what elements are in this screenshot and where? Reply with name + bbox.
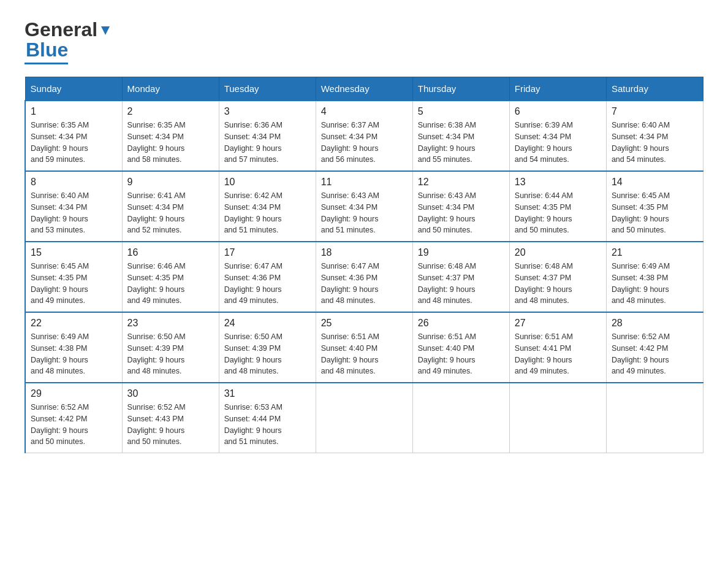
calendar-cell: 25 Sunrise: 6:51 AM Sunset: 4:40 PM Dayl… xyxy=(316,312,412,383)
calendar-cell: 15 Sunrise: 6:45 AM Sunset: 4:35 PM Dayl… xyxy=(25,242,122,312)
day-info: Sunrise: 6:40 AM Sunset: 4:34 PM Dayligh… xyxy=(612,120,698,166)
weekday-header-monday: Monday xyxy=(122,77,219,101)
calendar-cell xyxy=(606,383,703,453)
calendar-cell: 27 Sunrise: 6:51 AM Sunset: 4:41 PM Dayl… xyxy=(509,312,606,383)
day-info: Sunrise: 6:43 AM Sunset: 4:34 PM Dayligh… xyxy=(418,190,504,236)
weekday-header-tuesday: Tuesday xyxy=(219,77,316,101)
calendar-week-row: 29 Sunrise: 6:52 AM Sunset: 4:42 PM Dayl… xyxy=(25,383,703,453)
day-info: Sunrise: 6:41 AM Sunset: 4:34 PM Dayligh… xyxy=(127,190,214,236)
day-number: 29 xyxy=(31,388,117,399)
day-number: 7 xyxy=(612,106,698,117)
calendar-week-row: 22 Sunrise: 6:49 AM Sunset: 4:38 PM Dayl… xyxy=(25,312,703,383)
calendar-cell: 14 Sunrise: 6:45 AM Sunset: 4:35 PM Dayl… xyxy=(606,171,703,242)
calendar-cell: 3 Sunrise: 6:36 AM Sunset: 4:34 PM Dayli… xyxy=(219,101,316,171)
day-number: 30 xyxy=(127,388,214,399)
weekday-header-wednesday: Wednesday xyxy=(316,77,412,101)
day-info: Sunrise: 6:48 AM Sunset: 4:37 PM Dayligh… xyxy=(515,261,601,307)
day-info: Sunrise: 6:43 AM Sunset: 4:34 PM Dayligh… xyxy=(321,190,408,236)
weekday-header-friday: Friday xyxy=(509,77,606,101)
logo-general-text: General xyxy=(25,18,97,41)
logo-blue-text: Blue xyxy=(25,39,68,61)
calendar-cell: 13 Sunrise: 6:44 AM Sunset: 4:35 PM Dayl… xyxy=(509,171,606,242)
day-number: 10 xyxy=(224,177,311,188)
day-info: Sunrise: 6:38 AM Sunset: 4:34 PM Dayligh… xyxy=(418,120,504,166)
day-number: 3 xyxy=(224,106,311,117)
day-info: Sunrise: 6:37 AM Sunset: 4:34 PM Dayligh… xyxy=(321,120,408,166)
day-info: Sunrise: 6:47 AM Sunset: 4:36 PM Dayligh… xyxy=(224,261,311,307)
calendar-table: SundayMondayTuesdayWednesdayThursdayFrid… xyxy=(25,77,703,453)
day-number: 23 xyxy=(127,318,214,329)
calendar-cell: 4 Sunrise: 6:37 AM Sunset: 4:34 PM Dayli… xyxy=(316,101,412,171)
logo: General Blue xyxy=(25,18,112,64)
day-info: Sunrise: 6:48 AM Sunset: 4:37 PM Dayligh… xyxy=(418,261,504,307)
day-info: Sunrise: 6:40 AM Sunset: 4:34 PM Dayligh… xyxy=(31,190,117,236)
day-number: 11 xyxy=(321,177,408,188)
day-info: Sunrise: 6:51 AM Sunset: 4:40 PM Dayligh… xyxy=(418,331,504,377)
calendar-cell: 1 Sunrise: 6:35 AM Sunset: 4:34 PM Dayli… xyxy=(25,101,122,171)
weekday-header-row: SundayMondayTuesdayWednesdayThursdayFrid… xyxy=(25,77,703,101)
day-info: Sunrise: 6:45 AM Sunset: 4:35 PM Dayligh… xyxy=(612,190,698,236)
weekday-header-thursday: Thursday xyxy=(412,77,509,101)
day-info: Sunrise: 6:49 AM Sunset: 4:38 PM Dayligh… xyxy=(31,331,117,377)
day-info: Sunrise: 6:35 AM Sunset: 4:34 PM Dayligh… xyxy=(127,120,214,166)
day-number: 19 xyxy=(418,247,504,258)
calendar-cell: 21 Sunrise: 6:49 AM Sunset: 4:38 PM Dayl… xyxy=(606,242,703,312)
logo-triangle-icon xyxy=(99,24,112,37)
calendar-week-row: 15 Sunrise: 6:45 AM Sunset: 4:35 PM Dayl… xyxy=(25,242,703,312)
day-info: Sunrise: 6:52 AM Sunset: 4:43 PM Dayligh… xyxy=(127,402,214,448)
day-number: 9 xyxy=(127,177,214,188)
calendar-cell: 17 Sunrise: 6:47 AM Sunset: 4:36 PM Dayl… xyxy=(219,242,316,312)
day-number: 1 xyxy=(31,106,117,117)
calendar-week-row: 1 Sunrise: 6:35 AM Sunset: 4:34 PM Dayli… xyxy=(25,101,703,171)
calendar-cell: 23 Sunrise: 6:50 AM Sunset: 4:39 PM Dayl… xyxy=(122,312,219,383)
calendar-cell: 18 Sunrise: 6:47 AM Sunset: 4:36 PM Dayl… xyxy=(316,242,412,312)
day-number: 17 xyxy=(224,247,311,258)
day-info: Sunrise: 6:52 AM Sunset: 4:42 PM Dayligh… xyxy=(612,331,698,377)
day-number: 13 xyxy=(515,177,601,188)
calendar-cell: 30 Sunrise: 6:52 AM Sunset: 4:43 PM Dayl… xyxy=(122,383,219,453)
calendar-cell xyxy=(509,383,606,453)
day-number: 15 xyxy=(31,247,117,258)
calendar-cell: 22 Sunrise: 6:49 AM Sunset: 4:38 PM Dayl… xyxy=(25,312,122,383)
day-info: Sunrise: 6:39 AM Sunset: 4:34 PM Dayligh… xyxy=(515,120,601,166)
day-number: 25 xyxy=(321,318,408,329)
calendar-cell: 16 Sunrise: 6:46 AM Sunset: 4:35 PM Dayl… xyxy=(122,242,219,312)
day-number: 12 xyxy=(418,177,504,188)
day-info: Sunrise: 6:45 AM Sunset: 4:35 PM Dayligh… xyxy=(31,261,117,307)
calendar-cell: 5 Sunrise: 6:38 AM Sunset: 4:34 PM Dayli… xyxy=(412,101,509,171)
calendar-cell: 2 Sunrise: 6:35 AM Sunset: 4:34 PM Dayli… xyxy=(122,101,219,171)
day-info: Sunrise: 6:51 AM Sunset: 4:41 PM Dayligh… xyxy=(515,331,601,377)
calendar-cell: 7 Sunrise: 6:40 AM Sunset: 4:34 PM Dayli… xyxy=(606,101,703,171)
calendar-week-row: 8 Sunrise: 6:40 AM Sunset: 4:34 PM Dayli… xyxy=(25,171,703,242)
day-number: 24 xyxy=(224,318,311,329)
page-header: General Blue xyxy=(25,18,703,64)
day-info: Sunrise: 6:53 AM Sunset: 4:44 PM Dayligh… xyxy=(224,402,311,448)
calendar-cell xyxy=(412,383,509,453)
calendar-cell: 28 Sunrise: 6:52 AM Sunset: 4:42 PM Dayl… xyxy=(606,312,703,383)
day-number: 18 xyxy=(321,247,408,258)
calendar-cell: 24 Sunrise: 6:50 AM Sunset: 4:39 PM Dayl… xyxy=(219,312,316,383)
calendar-cell xyxy=(316,383,412,453)
weekday-header-saturday: Saturday xyxy=(606,77,703,101)
calendar-cell: 20 Sunrise: 6:48 AM Sunset: 4:37 PM Dayl… xyxy=(509,242,606,312)
calendar-cell: 29 Sunrise: 6:52 AM Sunset: 4:42 PM Dayl… xyxy=(25,383,122,453)
day-info: Sunrise: 6:44 AM Sunset: 4:35 PM Dayligh… xyxy=(515,190,601,236)
calendar-cell: 12 Sunrise: 6:43 AM Sunset: 4:34 PM Dayl… xyxy=(412,171,509,242)
calendar-cell: 9 Sunrise: 6:41 AM Sunset: 4:34 PM Dayli… xyxy=(122,171,219,242)
day-number: 22 xyxy=(31,318,117,329)
calendar-cell: 8 Sunrise: 6:40 AM Sunset: 4:34 PM Dayli… xyxy=(25,171,122,242)
day-number: 28 xyxy=(612,318,698,329)
day-number: 27 xyxy=(515,318,601,329)
day-info: Sunrise: 6:50 AM Sunset: 4:39 PM Dayligh… xyxy=(224,331,311,377)
day-info: Sunrise: 6:49 AM Sunset: 4:38 PM Dayligh… xyxy=(612,261,698,307)
weekday-header-sunday: Sunday xyxy=(25,77,122,101)
day-number: 4 xyxy=(321,106,408,117)
day-info: Sunrise: 6:51 AM Sunset: 4:40 PM Dayligh… xyxy=(321,331,408,377)
calendar-cell: 6 Sunrise: 6:39 AM Sunset: 4:34 PM Dayli… xyxy=(509,101,606,171)
calendar-cell: 11 Sunrise: 6:43 AM Sunset: 4:34 PM Dayl… xyxy=(316,171,412,242)
day-number: 21 xyxy=(612,247,698,258)
calendar-cell: 26 Sunrise: 6:51 AM Sunset: 4:40 PM Dayl… xyxy=(412,312,509,383)
day-info: Sunrise: 6:35 AM Sunset: 4:34 PM Dayligh… xyxy=(31,120,117,166)
day-number: 14 xyxy=(612,177,698,188)
day-number: 26 xyxy=(418,318,504,329)
